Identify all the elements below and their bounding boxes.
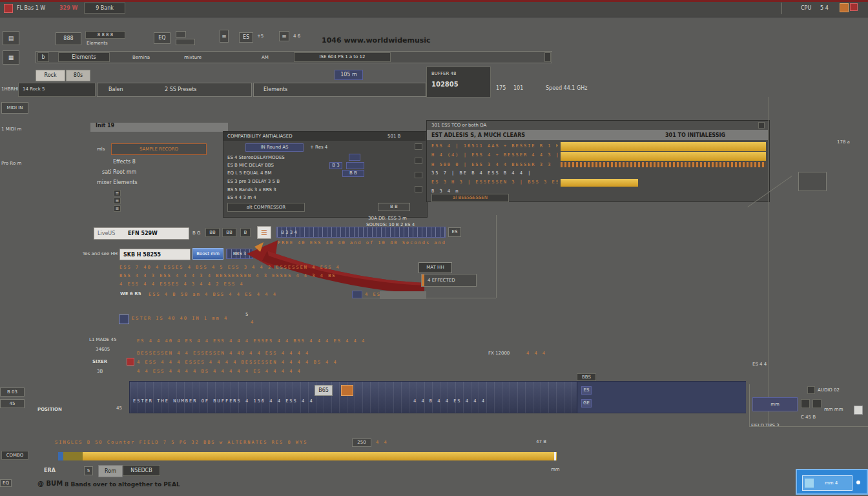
session-row-6[interactable]: B 3 4 m xyxy=(431,189,561,194)
list-icon-3[interactable]: ≡ xyxy=(114,205,121,212)
round-as-box[interactable]: IN Round AS xyxy=(245,143,304,152)
bb-button-2[interactable]: BB xyxy=(222,228,236,237)
session-row-2-bar[interactable] xyxy=(561,152,766,161)
minimize-button[interactable] xyxy=(840,3,849,12)
fx-row-2-value-a[interactable]: B 3 xyxy=(329,162,342,169)
b-button[interactable]: b xyxy=(37,52,49,62)
level-strip[interactable]: B 3 3 4 xyxy=(276,227,446,238)
session-row-3[interactable]: H 500 0 | ESS 3 4 4 BESSER 3 3 xyxy=(431,162,558,167)
compressor-button[interactable]: alt COMPRESSOR xyxy=(227,203,305,212)
mini-buttons[interactable]: 8 8 8 8 xyxy=(85,31,125,39)
b-button-small[interactable]: B xyxy=(240,228,251,237)
session-row-3-bar[interactable] xyxy=(561,162,766,167)
ge-chip[interactable]: GE xyxy=(581,399,592,408)
combo-badge[interactable]: COMBO xyxy=(1,451,28,460)
orange-marker[interactable] xyxy=(341,385,353,396)
timeline-text-2: 4 4 B 4 4 ES 4 4 4 xyxy=(413,398,568,404)
bb-button-1[interactable]: BB xyxy=(205,228,220,237)
mm-button[interactable]: mm xyxy=(752,397,798,411)
fx-side-btn-4[interactable] xyxy=(415,186,422,192)
mixture-label[interactable]: mixture xyxy=(184,55,202,60)
eq-button[interactable]: EQ xyxy=(154,32,170,44)
fx-side-btn-2[interactable] xyxy=(415,158,422,164)
session-bottom-button[interactable]: al BEESSESSEN xyxy=(431,194,509,202)
ester-chip[interactable] xyxy=(119,315,129,324)
small-btn-1[interactable] xyxy=(801,399,810,408)
progress-bar[interactable] xyxy=(58,452,557,460)
80s-chip[interactable]: 80s xyxy=(66,70,90,81)
effects-label[interactable]: Effects 8 xyxy=(113,159,136,165)
file-tool-icon[interactable]: ▤ xyxy=(3,31,19,45)
grid-button[interactable]: 888 xyxy=(56,32,81,45)
menu-icon[interactable]: ≡ xyxy=(279,31,289,41)
mat-box[interactable]: MAT HH xyxy=(418,262,452,273)
app-icon[interactable] xyxy=(4,4,13,13)
es-chip[interactable]: ES xyxy=(581,386,592,395)
record-led[interactable] xyxy=(127,358,134,366)
list-icon-2[interactable]: ≡ xyxy=(114,198,121,204)
bbs-tab[interactable]: BBS xyxy=(577,373,596,381)
root-note-label[interactable]: sati Root mm xyxy=(102,169,136,176)
session-row-5[interactable]: ES 3 H 3 | ESSESSEN 3 | BSS 3 ESSEN 3 | … xyxy=(431,180,558,185)
small-toggle-1[interactable] xyxy=(176,31,186,37)
n5-chip[interactable]: 5 xyxy=(84,466,93,475)
b65-marker[interactable]: B65 xyxy=(315,385,333,396)
right-mini-panel[interactable] xyxy=(798,172,827,191)
session-row-4[interactable]: 35 7 | BE B 4 ESS B 4 4 | xyxy=(431,170,690,176)
elements-button[interactable]: Elements xyxy=(58,52,110,62)
session-corner-icon[interactable] xyxy=(758,122,765,129)
small-toggle-2[interactable] xyxy=(176,39,195,45)
fx-row-3-value[interactable]: B B xyxy=(342,170,364,177)
boost-button[interactable]: Boost mm xyxy=(192,248,223,260)
notification-panel[interactable]: mm 4 xyxy=(796,469,868,495)
es-button[interactable]: ES xyxy=(239,32,253,43)
n250-box[interactable]: 250 xyxy=(352,439,371,447)
fx-row-4[interactable]: ES 3 pre 3 DELAY 3 5 B xyxy=(227,179,280,184)
left-panel-header: Init 19 xyxy=(90,123,228,132)
fx-side-btn-3[interactable] xyxy=(415,172,422,178)
mixer-elements-label[interactable]: mixer Elements xyxy=(97,180,138,186)
bank-button[interactable]: 9 Bank xyxy=(84,3,125,14)
white-chip[interactable] xyxy=(854,406,863,415)
fx-row-2[interactable]: ES B MIC DELAY BBS xyxy=(227,163,274,168)
nsedcb-button[interactable]: NSEDCB xyxy=(123,465,160,476)
list-icon-1[interactable]: ≡ xyxy=(114,190,121,196)
slider-tool-icon[interactable]: ≡ xyxy=(220,30,229,43)
folder-tool-icon[interactable]: ▦ xyxy=(3,50,19,65)
list-orange-icon[interactable]: ☰ xyxy=(257,226,271,239)
es-end-button[interactable]: ES xyxy=(448,227,461,237)
notification-inner[interactable]: mm 4 xyxy=(802,475,852,491)
rom-button[interactable]: Rom xyxy=(98,465,123,477)
preset-panel-label[interactable]: Balen xyxy=(108,87,123,93)
bg-label: B G xyxy=(192,231,200,236)
close-button[interactable] xyxy=(850,3,858,11)
effected-box[interactable]: 4 EFFECTED xyxy=(421,274,477,287)
fx-row-1[interactable]: ES 4 StereoDELAYMODES xyxy=(227,155,285,160)
timeline-left-box-2[interactable]: 45 xyxy=(0,399,25,408)
res-label: + Res 4 xyxy=(310,145,327,150)
fx-row-3[interactable]: EQ L 5 EQUAL 4 BM xyxy=(227,170,271,176)
marks-label: 4 6 xyxy=(293,34,300,39)
fx-row-1-value[interactable] xyxy=(349,154,360,161)
name-field[interactable]: LiveUS EFN 529W xyxy=(94,227,189,240)
code-field[interactable]: SKB H 58255 xyxy=(119,249,191,260)
sample-record-box[interactable]: SAMPLE RECORD xyxy=(111,143,207,155)
small-btn-2[interactable] xyxy=(812,399,822,408)
fx-row-5[interactable]: BS 5 Bands 3 x BRS 3 xyxy=(227,187,276,192)
session-row-5-bar[interactable] xyxy=(561,179,638,187)
fx-side-btn-1[interactable] xyxy=(415,143,422,150)
blue-chip[interactable]: 105 m xyxy=(335,70,363,80)
param-row-4-chip[interactable] xyxy=(352,291,362,298)
compressor-value[interactable]: B B xyxy=(378,203,410,211)
fx-row-6[interactable]: ES 4 4 3 m 4 xyxy=(227,195,256,200)
bernina-label[interactable]: Bernina xyxy=(132,55,150,60)
session-row-1[interactable]: ESS 4 | 16511 AAS + BESSIE R 1 H | BEREI… xyxy=(431,143,558,149)
fx-row-2-value-b[interactable] xyxy=(346,162,364,169)
elements-panel-label[interactable]: Elements xyxy=(264,87,287,93)
timeline-right-panel[interactable] xyxy=(577,382,746,413)
session-row-2[interactable]: H 4 (4) | ESS 4 + BESSER 4 4 3 | ESSEN 4 xyxy=(431,152,558,158)
am-label[interactable]: AM xyxy=(262,55,269,60)
rock-chip[interactable]: Rock xyxy=(36,70,65,81)
session-row-1-bar[interactable] xyxy=(561,142,766,151)
timeline-left-box-1[interactable]: B 03 xyxy=(0,388,25,397)
